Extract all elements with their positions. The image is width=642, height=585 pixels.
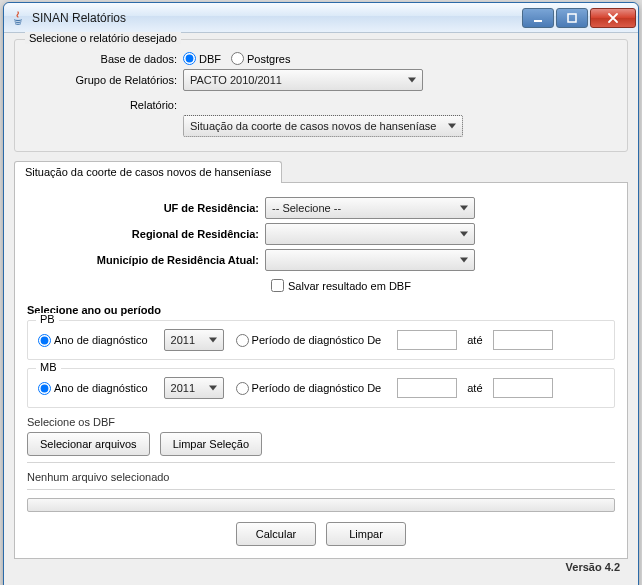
pb-ano-select[interactable]: 2011 <box>164 329 224 351</box>
pb-ano-value: 2011 <box>171 334 195 346</box>
pb-ano-radio[interactable]: Ano de diagnóstico <box>38 334 148 347</box>
java-icon <box>10 10 26 26</box>
uf-label: UF de Residência: <box>27 202 265 214</box>
grupo-select[interactable]: PACTO 2010/2011 <box>183 69 423 91</box>
mb-periodo-label: Período de diagnóstico De <box>252 382 382 394</box>
selecionar-arquivos-button[interactable]: Selecionar arquivos <box>27 432 150 456</box>
close-button[interactable] <box>590 8 636 28</box>
uf-value: -- Selecione -- <box>272 202 341 214</box>
pb-periodo-label: Período de diagnóstico De <box>252 334 382 346</box>
mb-ano-radio[interactable]: Ano de diagnóstico <box>38 382 148 395</box>
no-file-label: Nenhum arquivo selecionado <box>27 471 615 483</box>
titlebar[interactable]: SINAN Relatórios <box>4 3 638 33</box>
limpar-label: Limpar <box>349 528 383 540</box>
progress-bar <box>27 498 615 512</box>
client-area: Selecione o relatório desejado Base de d… <box>4 33 638 585</box>
db-postgres-radio[interactable]: Postgres <box>231 52 290 65</box>
pb-group: PB Ano de diagnóstico 2011 Período de di… <box>27 320 615 360</box>
tab-coorte[interactable]: Situação da coorte de casos novos de han… <box>14 161 282 183</box>
relatorio-value: Situação da coorte de casos novos de han… <box>190 120 436 132</box>
mb-ano-select[interactable]: 2011 <box>164 377 224 399</box>
municipio-label: Município de Residência Atual: <box>27 254 265 266</box>
regional-select[interactable] <box>265 223 475 245</box>
mb-ano-value: 2011 <box>171 382 195 394</box>
dbf-heading: Selecione os DBF <box>27 416 615 428</box>
window-title: SINAN Relatórios <box>32 11 520 25</box>
salvar-dbf-check[interactable]: Salvar resultado em DBF <box>271 279 411 292</box>
salvar-dbf-label: Salvar resultado em DBF <box>288 280 411 292</box>
svg-rect-1 <box>568 14 576 22</box>
mb-periodo-de[interactable] <box>397 378 457 398</box>
mb-periodo-radio[interactable]: Período de diagnóstico De <box>236 382 382 395</box>
calcular-button[interactable]: Calcular <box>236 522 316 546</box>
mb-ano-label: Ano de diagnóstico <box>54 382 148 394</box>
footer: Versão 4.2 <box>14 559 628 581</box>
pb-title: PB <box>36 313 59 325</box>
period-heading: Selecione ano ou período <box>27 304 615 316</box>
db-dbf-radio[interactable]: DBF <box>183 52 221 65</box>
selecionar-arquivos-label: Selecionar arquivos <box>40 438 137 450</box>
select-report-group-title: Selecione o relatório desejado <box>25 32 181 44</box>
tab-coorte-label: Situação da coorte de casos novos de han… <box>25 166 271 178</box>
uf-select[interactable]: -- Selecione -- <box>265 197 475 219</box>
limpar-selecao-button[interactable]: Limpar Seleção <box>160 432 262 456</box>
db-postgres-label: Postgres <box>247 53 290 65</box>
select-report-group: Selecione o relatório desejado Base de d… <box>14 39 628 152</box>
calcular-label: Calcular <box>256 528 296 540</box>
db-dbf-label: DBF <box>199 53 221 65</box>
pb-periodo-de[interactable] <box>397 330 457 350</box>
pb-periodo-ate[interactable] <box>493 330 553 350</box>
mb-title: MB <box>36 361 61 373</box>
maximize-button[interactable] <box>556 8 588 28</box>
municipio-select[interactable] <box>265 249 475 271</box>
mb-periodo-ate[interactable] <box>493 378 553 398</box>
db-label: Base de dados: <box>25 53 183 65</box>
limpar-selecao-label: Limpar Seleção <box>173 438 249 450</box>
mb-group: MB Ano de diagnóstico 2011 Período de di… <box>27 368 615 408</box>
mb-ate-label: até <box>467 382 482 394</box>
pb-periodo-radio[interactable]: Período de diagnóstico De <box>236 334 382 347</box>
svg-rect-0 <box>534 20 542 22</box>
minimize-button[interactable] <box>522 8 554 28</box>
relatorio-select[interactable]: Situação da coorte de casos novos de han… <box>183 115 463 137</box>
window-buttons <box>520 8 638 28</box>
pb-ate-label: até <box>467 334 482 346</box>
limpar-button[interactable]: Limpar <box>326 522 406 546</box>
tabs: Situação da coorte de casos novos de han… <box>14 160 628 559</box>
app-window: SINAN Relatórios Selecione o relatório d… <box>3 2 639 585</box>
version-label: Versão 4.2 <box>566 561 620 573</box>
pb-ano-label: Ano de diagnóstico <box>54 334 148 346</box>
regional-label: Regional de Residência: <box>27 228 265 240</box>
grupo-label: Grupo de Relatórios: <box>25 74 183 86</box>
relatorio-label: Relatório: <box>25 95 183 111</box>
tab-panel: UF de Residência: -- Selecione -- Region… <box>14 182 628 559</box>
grupo-value: PACTO 2010/2011 <box>190 74 282 86</box>
